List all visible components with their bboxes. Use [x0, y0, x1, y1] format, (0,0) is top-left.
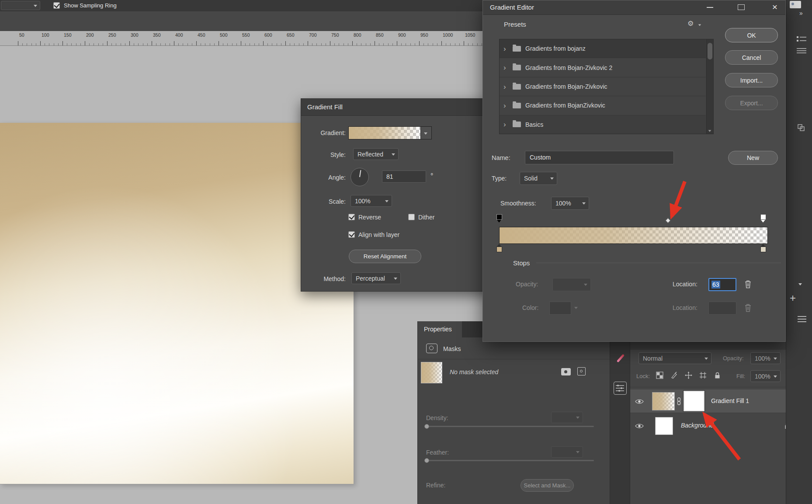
- chevron-right-icon[interactable]: ›: [503, 83, 510, 90]
- visibility-eye-icon[interactable]: [635, 423, 644, 429]
- select-and-mask-button[interactable]: Select and Mask...: [521, 479, 574, 492]
- gradient-label: Gradient:: [301, 129, 346, 136]
- method-dropdown[interactable]: Perceptual: [351, 272, 401, 284]
- type-dropdown[interactable]: Solid: [520, 172, 557, 185]
- layer-row-gradient-fill[interactable]: Gradient Fill 1: [630, 389, 796, 413]
- chevron-down-icon: [34, 5, 37, 7]
- scrollbar-down-icon[interactable]: [708, 130, 711, 132]
- lock-artboard-icon[interactable]: [699, 372, 707, 379]
- scale-label: Scale:: [301, 198, 346, 205]
- layer-gradient-thumbnail[interactable]: [652, 392, 675, 410]
- feather-slider-knob[interactable]: [424, 458, 429, 463]
- gear-icon[interactable]: ⚙: [687, 19, 694, 28]
- color-stop-right[interactable]: [760, 247, 766, 252]
- gradient-fill-dialog: Gradient Fill Gradient: Style: Reflected…: [301, 98, 494, 292]
- document-thumbnail-icon[interactable]: [790, 1, 801, 8]
- delete-opacity-stop-icon[interactable]: [744, 280, 752, 288]
- ruler-label: 400: [175, 32, 183, 38]
- gradient-fill-titlebar[interactable]: Gradient Fill: [301, 99, 493, 116]
- style-dropdown[interactable]: Reflected: [353, 148, 399, 160]
- style-value: Reflected: [357, 151, 383, 158]
- close-icon[interactable]: ×: [767, 0, 783, 14]
- stop-opacity-label: Opacity:: [516, 281, 538, 288]
- maximize-icon[interactable]: [738, 4, 745, 10]
- properties-gradient-thumbnail[interactable]: [421, 362, 442, 383]
- layer-row-background[interactable]: Background: [630, 413, 796, 438]
- lock-pixels-icon[interactable]: [670, 372, 678, 379]
- preset-list[interactable]: ›Gradients from bojanz›Gradients from Bo…: [499, 39, 714, 134]
- lock-transparency-icon[interactable]: [656, 372, 663, 379]
- opacity-stop-left[interactable]: [496, 214, 502, 220]
- align-with-layer-checkbox[interactable]: [348, 231, 355, 238]
- preset-folder-row[interactable]: ›Gradients from Bojan-Zivkovic 2: [500, 58, 706, 77]
- layer-thumbnail-fade: [652, 393, 674, 410]
- lock-all-icon[interactable]: [714, 372, 721, 379]
- tab-properties[interactable]: Properties: [418, 321, 462, 337]
- chevron-right-icon[interactable]: ›: [503, 64, 510, 71]
- feather-slider-track[interactable]: [426, 460, 594, 461]
- chevron-right-icon[interactable]: ›: [503, 121, 510, 128]
- layer-mask-thumbnail[interactable]: [684, 391, 704, 411]
- add-panel-icon[interactable]: +: [790, 292, 796, 304]
- minimize-icon[interactable]: [707, 7, 713, 8]
- preset-folder-label: Gradients from BojanZivkovic: [525, 102, 605, 109]
- reverse-checkbox[interactable]: [348, 214, 355, 220]
- midpoint-diamond[interactable]: [665, 218, 671, 223]
- swatches-panel-icon[interactable]: [798, 124, 805, 131]
- ruler-label: 200: [86, 32, 94, 38]
- background-thumbnail[interactable]: [655, 417, 673, 435]
- mask-link-icon[interactable]: [676, 397, 682, 405]
- layers-opacity-dropdown[interactable]: 100%: [750, 352, 781, 364]
- angle-degree-symbol: °: [430, 172, 433, 180]
- angle-input[interactable]: 81: [382, 170, 426, 183]
- fill-dropdown[interactable]: 100%: [750, 370, 781, 382]
- preset-scrollbar[interactable]: [706, 39, 713, 134]
- import-button[interactable]: Import...: [725, 73, 778, 87]
- tool-options-dropdown[interactable]: [1, 1, 40, 10]
- lock-position-icon[interactable]: [685, 372, 692, 379]
- opacity-stop-right[interactable]: [760, 214, 766, 220]
- preset-folder-row[interactable]: ›Gradients from BojanZivkovic: [500, 96, 706, 115]
- scrollbar-thumb[interactable]: [708, 43, 712, 59]
- reset-alignment-button[interactable]: Reset Alignment: [349, 250, 421, 263]
- visibility-eye-icon[interactable]: [635, 399, 644, 404]
- show-sampling-ring-label: Show Sampling Ring: [64, 2, 117, 9]
- chevron-right-icon[interactable]: ›: [503, 102, 510, 109]
- ruler-label: 500: [220, 32, 228, 38]
- ok-button[interactable]: OK: [725, 28, 778, 42]
- preset-folder-row[interactable]: ›Gradients from Bojan-Zivkovic: [500, 77, 706, 96]
- new-button[interactable]: New: [728, 151, 778, 165]
- preset-folder-row[interactable]: ›Basics: [500, 115, 706, 134]
- gradient-swatch-dropdown-button[interactable]: [421, 126, 432, 139]
- angle-dial[interactable]: [350, 168, 369, 186]
- gradient-editor-titlebar[interactable]: Gradient Editor ×: [483, 0, 785, 15]
- show-sampling-ring-checkbox[interactable]: [53, 2, 60, 9]
- ruler-label: 300: [131, 32, 139, 38]
- stop-location-value: 63: [711, 281, 720, 288]
- menu-panel-icon[interactable]: [798, 316, 806, 323]
- collapse-panels-icon[interactable]: »: [799, 10, 803, 17]
- density-slider-knob[interactable]: [424, 424, 429, 429]
- panel-lines-icon[interactable]: [797, 47, 806, 54]
- smoothness-dropdown[interactable]: 100%: [551, 197, 589, 210]
- preset-folder-row[interactable]: ›Gradients from bojanz: [500, 39, 706, 58]
- panel-list-icon[interactable]: [797, 36, 806, 42]
- brush-stroke-icon[interactable]: [617, 354, 625, 363]
- density-slider-track[interactable]: [426, 426, 594, 427]
- cancel-button[interactable]: Cancel: [725, 50, 778, 65]
- properties-panel-icon[interactable]: [614, 382, 627, 395]
- scale-dropdown[interactable]: 100%: [350, 195, 392, 207]
- gradient-preview-swatch[interactable]: [348, 126, 421, 139]
- layer-name: Gradient Fill 1: [711, 389, 749, 413]
- chevron-right-icon[interactable]: ›: [503, 45, 510, 52]
- dither-checkbox[interactable]: [408, 214, 415, 220]
- add-vector-mask-icon[interactable]: [577, 367, 586, 375]
- name-input[interactable]: Custom: [525, 151, 674, 164]
- export-button[interactable]: Export...: [725, 96, 778, 110]
- chevron-down-icon[interactable]: [798, 283, 802, 285]
- gradient-preview-bar[interactable]: [499, 227, 768, 244]
- blend-mode-dropdown[interactable]: Normal: [638, 352, 711, 364]
- color-stop-left[interactable]: [496, 247, 502, 252]
- add-pixel-mask-icon[interactable]: [561, 368, 571, 375]
- stop-location-input[interactable]: 63: [708, 278, 736, 291]
